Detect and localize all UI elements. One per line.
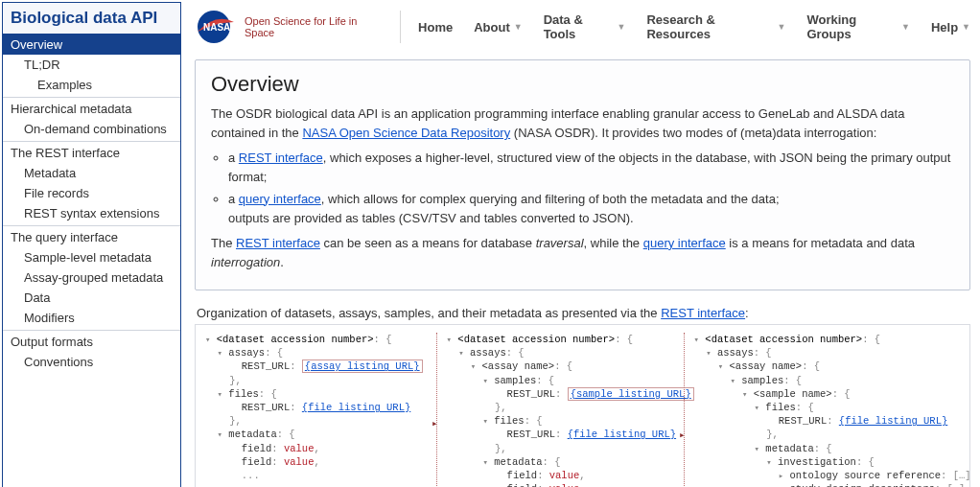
chevron-down-icon: ▼: [962, 22, 970, 32]
structure-diagram: ▾ <dataset accession number>: { ▾ assays…: [195, 324, 970, 487]
nav-samplelevel[interactable]: Sample-level metadata: [3, 247, 180, 267]
link-osdr[interactable]: NASA Open Science Data Repository: [302, 126, 510, 140]
nav-restsyntax[interactable]: REST syntax extensions: [3, 203, 180, 223]
diagram-col-2: ▾ <dataset accession number>: { ▾ assays…: [436, 333, 676, 487]
link-rest-interface-3[interactable]: REST interface: [661, 306, 745, 320]
menu-help[interactable]: Help▼: [931, 12, 970, 41]
bullet-rest: a REST interface, which exposes a higher…: [228, 149, 954, 187]
chevron-down-icon: ▼: [514, 22, 523, 32]
menu-home[interactable]: Home: [418, 12, 453, 41]
divider: [400, 11, 401, 43]
menu-research[interactable]: Research & Resources▼: [646, 12, 785, 41]
menu-about[interactable]: About▼: [474, 12, 522, 41]
link-file-listing-2[interactable]: {file listing URL}: [568, 429, 676, 440]
logo[interactable]: NASA Open Science for Life in Space: [195, 9, 383, 45]
nav-rest[interactable]: The REST interface: [3, 141, 180, 163]
link-rest-interface-2[interactable]: REST interface: [236, 236, 320, 250]
chevron-down-icon: ▼: [778, 22, 786, 32]
sidebar-title: Biological data API: [3, 3, 180, 35]
nav-filerecords[interactable]: File records: [3, 183, 180, 203]
main-content: NASA Open Science for Life in Space Home…: [181, 0, 980, 487]
overview-box: Overview The OSDR biological data API is…: [195, 59, 970, 290]
svg-text:NASA: NASA: [203, 22, 230, 33]
menu-data-tools[interactable]: Data & Tools▼: [544, 12, 626, 41]
nav-metadata[interactable]: Metadata: [3, 163, 180, 183]
nav-examples[interactable]: Examples: [3, 75, 180, 95]
summary-paragraph: The REST interface can be seen as a mean…: [211, 234, 954, 272]
nav-modifiers[interactable]: Modifiers: [3, 308, 180, 328]
nasa-logo-icon: NASA: [195, 9, 237, 45]
main-menu: Home About▼ Data & Tools▼ Research & Res…: [418, 12, 970, 41]
nav-tldr[interactable]: TL;DR: [3, 55, 180, 75]
menu-working-groups[interactable]: Working Groups▼: [806, 12, 909, 41]
nav-query[interactable]: The query interface: [3, 225, 180, 247]
nav-output[interactable]: Output formats: [3, 330, 180, 352]
intro-paragraph: The OSDR biological data API is an appli…: [211, 104, 954, 143]
sidebar: Biological data API Overview TL;DR Examp…: [2, 2, 181, 487]
chevron-down-icon: ▼: [901, 22, 910, 32]
link-query-interface-2[interactable]: query interface: [643, 236, 726, 250]
diagram-col-1: ▾ <dataset accession number>: { ▾ assays…: [205, 333, 429, 487]
link-sample-listing[interactable]: {sample listing URL}: [568, 387, 694, 401]
diagram-col-3: ▾ <dataset accession number>: { ▾ assays…: [684, 333, 970, 487]
link-rest-interface[interactable]: REST interface: [239, 151, 323, 165]
page-title: Overview: [211, 72, 954, 97]
link-assay-listing[interactable]: {assay listing URL}: [302, 359, 423, 373]
nav-ondemand[interactable]: On-demand combinations: [3, 119, 180, 139]
nav-data[interactable]: Data: [3, 288, 180, 308]
chevron-down-icon: ▼: [618, 22, 626, 32]
logo-tagline: Open Science for Life in Space: [245, 15, 383, 38]
nav-hierarchical[interactable]: Hierarchical metadata: [3, 97, 180, 119]
top-nav: NASA Open Science for Life in Space Home…: [195, 0, 970, 54]
link-query-interface[interactable]: query interface: [239, 192, 321, 206]
nav-assaygrouped[interactable]: Assay-grouped metadata: [3, 267, 180, 288]
bullet-query: a query interface, which allows for comp…: [228, 190, 954, 228]
nav-conventions[interactable]: Conventions: [3, 352, 180, 372]
link-file-listing-3[interactable]: {file listing URL}: [839, 415, 947, 427]
link-file-listing[interactable]: {file listing URL}: [302, 402, 410, 413]
diagram-caption: Organization of datasets, assays, sample…: [197, 306, 970, 320]
nav-overview[interactable]: Overview: [3, 35, 180, 55]
